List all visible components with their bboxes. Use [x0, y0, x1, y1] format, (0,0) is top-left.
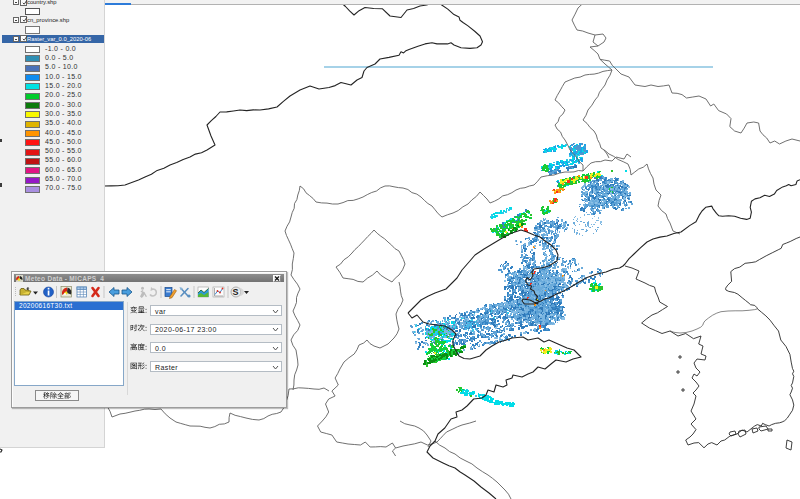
svg-text:S: S	[233, 287, 239, 297]
